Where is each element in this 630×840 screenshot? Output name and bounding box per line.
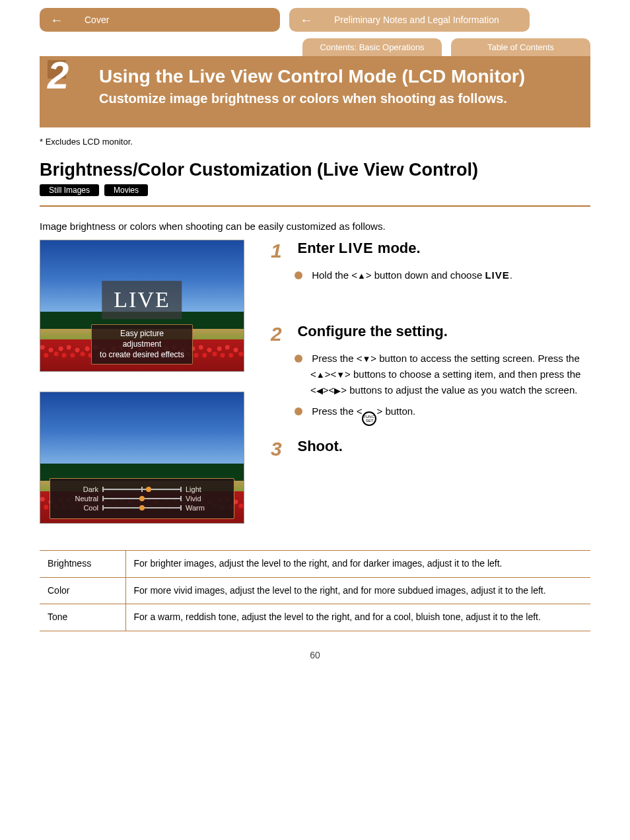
live-word-icon: LIVE	[485, 269, 509, 281]
step-2-title: Configure the setting.	[297, 323, 447, 339]
cell-tone-desc: For a warm, reddish tone, adjust the lev…	[125, 604, 590, 631]
step-2: 2 Configure the setting. Press the <▼> b…	[271, 323, 590, 426]
table-row: Brightness For brighter images, adjust t…	[40, 551, 590, 578]
cell-brightness-desc: For brighter images, adjust the level to…	[125, 551, 590, 578]
left-arrow-icon: ◀	[316, 386, 323, 396]
sliders-panel: Dark Light Neutral Vivid Cool Warm	[50, 478, 234, 519]
nav-preliminary-label: Preliminary Notes and Legal Information	[334, 15, 499, 25]
bullet-icon	[295, 355, 302, 363]
step-3: 3 Shoot.	[271, 438, 590, 460]
live-word-icon: LIVE	[339, 240, 374, 256]
up-arrow-icon: ▲	[357, 271, 366, 281]
chapter-banner: 2 Using the Live View Control Mode (LCD …	[40, 56, 590, 127]
table-row: Color For more vivid images, adjust the …	[40, 577, 590, 604]
thumbnail-caption: Easy picture adjustment to create desire…	[91, 324, 193, 365]
tab-contents-basic[interactable]: Contents: Basic Operations	[302, 38, 442, 56]
step-1-title: Enter LIVE mode.	[297, 240, 420, 256]
mode-row: Still Images Movies	[40, 184, 590, 196]
step-number: 3	[271, 438, 295, 460]
thumbnail-live-mode: LIVE Easy picture adjustment to create d…	[40, 240, 244, 372]
step-number: 1	[271, 240, 295, 262]
step-number: 2	[271, 323, 295, 345]
footnote-text: * Excludes LCD monitor.	[40, 137, 590, 147]
arrow-left-icon: ←	[50, 13, 63, 28]
page-number: 60	[40, 650, 590, 660]
section-title: Brightness/Color Customization (Live Vie…	[40, 160, 590, 180]
nav-cover-label: Cover	[85, 15, 109, 25]
func-set-icon: FUNC.SET	[362, 411, 376, 426]
section-rule	[40, 205, 590, 207]
thumbnail-sliders: Dark Light Neutral Vivid Cool Warm	[40, 392, 244, 524]
cell-color-header: Color	[40, 577, 125, 604]
cell-brightness-header: Brightness	[40, 551, 125, 578]
step-3-title: Shoot.	[297, 438, 342, 454]
mode-pill-movies: Movies	[104, 184, 148, 196]
slider-brightness: Dark Light	[57, 485, 227, 493]
options-table: Brightness For brighter images, adjust t…	[40, 550, 590, 631]
nav-cover-button[interactable]: ← Cover	[40, 8, 280, 32]
chapter-title: Using the Live View Control Mode (LCD Mo…	[99, 67, 577, 87]
nav-preliminary-button[interactable]: ← Preliminary Notes and Legal Informatio…	[289, 8, 530, 32]
chapter-number: 2	[48, 56, 69, 94]
tab-table-of-contents[interactable]: Table of Contents	[451, 38, 590, 56]
table-row: Tone For a warm, reddish tone, adjust th…	[40, 604, 590, 631]
arrow-left-icon: ←	[300, 13, 313, 28]
step-1: 1 Enter LIVE mode. Hold the <▲> button d…	[271, 240, 590, 283]
bullet-icon	[295, 271, 302, 279]
slider-color: Neutral Vivid	[57, 495, 227, 503]
section-intro: Image brightness or colors when shooting…	[40, 220, 590, 233]
live-badge: LIVE	[102, 281, 182, 320]
up-arrow-icon: ▲	[316, 370, 325, 380]
down-arrow-icon: ▼	[362, 354, 370, 364]
bullet-icon	[295, 407, 302, 415]
right-arrow-icon: ▶	[334, 386, 341, 396]
mode-pill-stills: Still Images	[40, 184, 99, 196]
cell-tone-header: Tone	[40, 604, 125, 631]
step-2-body: Press the <▼> button to access the setti…	[295, 351, 590, 426]
slider-tone: Cool Warm	[57, 504, 227, 512]
step-1-body: Hold the <▲> button down and choose LIVE…	[295, 267, 590, 283]
cell-color-desc: For more vivid images, adjust the level …	[125, 577, 590, 604]
down-arrow-icon: ▼	[336, 370, 345, 380]
chapter-subtitle: Customize image brightness or colors whe…	[99, 91, 577, 106]
